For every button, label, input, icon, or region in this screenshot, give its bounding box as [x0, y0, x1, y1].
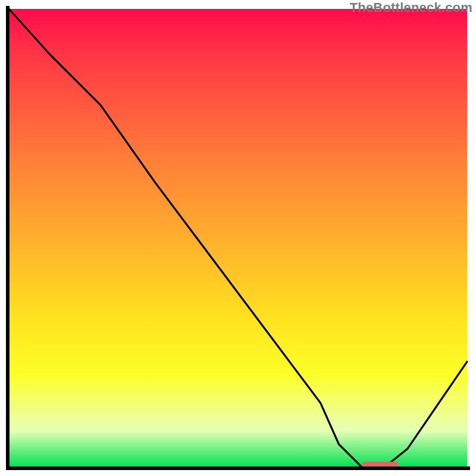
axis-x: [6, 466, 470, 470]
plot-area: [9, 9, 467, 467]
bottleneck-chart: TheBottleneck.com: [0, 0, 476, 476]
watermark-text: TheBottleneck.com: [350, 0, 472, 15]
curve-svg: [9, 9, 467, 467]
bottleneck-curve-path: [9, 9, 467, 467]
axis-y: [6, 6, 10, 470]
